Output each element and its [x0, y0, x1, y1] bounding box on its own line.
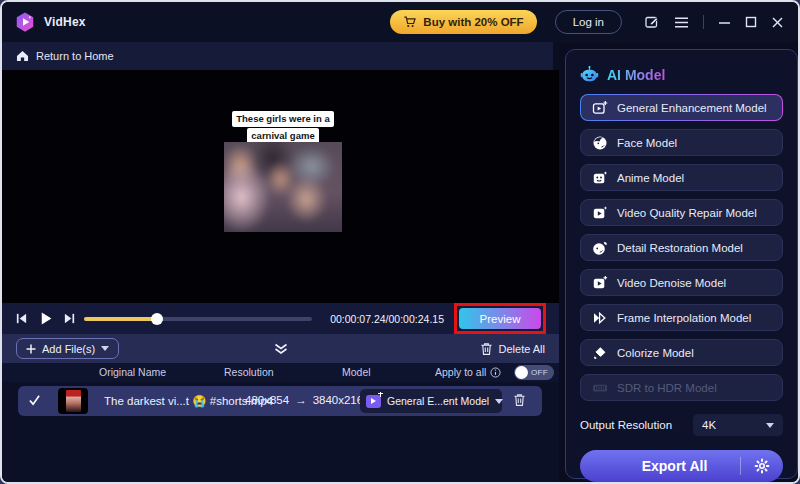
app-title: VidHex [44, 15, 86, 29]
header-resolution: Resolution [224, 366, 274, 378]
output-resolution-value: 4K [702, 419, 766, 431]
frame-interpolation-icon [592, 310, 608, 326]
model-item-general-enhancement[interactable]: General Enhancement Model [580, 94, 783, 121]
model-item-label: Detail Restoration Model [617, 242, 743, 254]
playback-controls: 00:00:07.24/00:00:24.15 Preview [2, 303, 559, 334]
export-divider [740, 457, 741, 475]
seek-slider-fill [84, 317, 157, 321]
model-item-colorize[interactable]: Colorize Model [580, 339, 783, 366]
preview-button-label: Preview [480, 313, 521, 325]
row-trash-icon[interactable] [513, 393, 526, 407]
video-caption-line1: These girls were in a [232, 111, 333, 127]
detail-restoration-icon [592, 240, 608, 256]
row-model-dropdown[interactable]: General E...ent Model [360, 389, 502, 413]
header-original-name: Original Name [99, 366, 166, 378]
time-display: 00:00:07.24/00:00:24.15 [330, 313, 444, 325]
anime-icon [592, 170, 608, 186]
model-item-label: Colorize Model [617, 347, 694, 359]
right-sidebar: AI Model General Enhancement Model [559, 42, 800, 484]
video-repair-icon [592, 205, 608, 221]
model-item-sdr-to-hdr[interactable]: HDR SDR to HDR Model [580, 374, 783, 401]
buy-button-label: Buy with 20% OFF [423, 16, 523, 28]
panel-header: AI Model [580, 65, 783, 84]
toggle-knob [515, 366, 528, 379]
model-item-video-quality-repair[interactable]: Video Quality Repair Model [580, 199, 783, 226]
play-icon[interactable] [38, 311, 53, 326]
chevron-down-icon [766, 423, 774, 428]
next-frame-icon[interactable] [63, 312, 76, 325]
close-icon[interactable] [771, 16, 784, 29]
return-home-label: Return to Home [36, 50, 114, 62]
annotation-preview-highlight: Preview [454, 303, 546, 334]
main-area: Return to Home These girls were in a car… [2, 42, 559, 484]
model-item-label: Frame Interpolation Model [617, 312, 751, 324]
toggle-state-label: OFF [531, 368, 548, 377]
minimize-icon[interactable] [718, 16, 731, 29]
previous-frame-icon[interactable] [15, 312, 28, 325]
header-model: Model [342, 366, 371, 378]
collapse-panel-icon[interactable] [273, 343, 288, 355]
apply-to-all-label: Apply to all [435, 366, 486, 378]
export-all-button[interactable]: Export All [580, 450, 783, 482]
model-item-label: Video Quality Repair Model [617, 207, 757, 219]
feedback-icon[interactable] [644, 14, 660, 30]
model-item-video-denoise[interactable]: Video Denoise Model [580, 269, 783, 296]
gear-icon[interactable] [754, 458, 770, 474]
delete-all-button[interactable]: Delete All [480, 342, 545, 356]
robot-icon [580, 65, 599, 84]
svg-text:HDR: HDR [595, 385, 606, 390]
login-button[interactable]: Log in [555, 10, 622, 34]
output-resolution-label: Output Resolution [580, 419, 672, 431]
model-item-detail-restoration[interactable]: Detail Restoration Model [580, 234, 783, 261]
table-row[interactable]: The darkest vi...t 😭 #shorts.mp4 480x854… [18, 386, 542, 416]
apply-to-all-toggle[interactable]: OFF [514, 365, 554, 380]
video-enhance-icon [592, 100, 608, 116]
video-thumbnail [58, 388, 88, 414]
file-list: The darkest vi...t 😭 #shorts.mp4 480x854… [2, 382, 559, 484]
seek-slider[interactable] [84, 317, 312, 321]
buy-button[interactable]: Buy with 20% OFF [390, 10, 536, 34]
cart-icon [403, 15, 417, 29]
menu-icon[interactable] [674, 16, 689, 29]
maximize-icon[interactable] [745, 16, 757, 28]
home-icon [16, 50, 29, 62]
add-files-button[interactable]: Add File(s) [16, 338, 119, 359]
return-home-button[interactable]: Return to Home [2, 42, 553, 70]
titlebar-divider [703, 15, 704, 29]
preview-button[interactable]: Preview [459, 308, 541, 329]
face-icon [592, 135, 608, 151]
chevron-down-icon [101, 346, 109, 351]
title-bar: VidHex Buy with 20% OFF Log in [2, 2, 798, 42]
model-item-label: Anime Model [617, 172, 684, 184]
file-table-header: Original Name Resolution Model Apply to … [2, 363, 559, 382]
file-resolution: 480x854 → 3840x2160 [245, 394, 370, 406]
output-resolution-select[interactable]: 4K [693, 414, 783, 436]
delete-all-label: Delete All [499, 343, 545, 355]
export-all-label: Export All [642, 458, 708, 474]
video-enhance-mini-icon [366, 395, 381, 408]
check-icon[interactable] [28, 394, 41, 406]
trash-icon [480, 342, 493, 356]
info-icon[interactable] [490, 367, 501, 378]
colorize-icon [592, 345, 608, 361]
vidhex-logo-icon [14, 11, 36, 33]
resolution-from: 480x854 [245, 394, 289, 406]
header-apply-to-all: Apply to all [435, 366, 501, 378]
model-item-label: Video Denoise Model [617, 277, 726, 289]
model-item-label: General Enhancement Model [617, 102, 767, 114]
row-model-value: General E...ent Model [387, 395, 489, 407]
video-preview-area: These girls were in a carnival game [2, 70, 559, 303]
model-item-frame-interpolation[interactable]: Frame Interpolation Model [580, 304, 783, 331]
plus-icon [26, 344, 36, 354]
seek-slider-handle[interactable] [151, 313, 163, 325]
video-frame [224, 142, 342, 232]
video-caption: These girls were in a carnival game [224, 110, 342, 144]
model-item-face[interactable]: Face Model [580, 129, 783, 156]
add-files-label: Add File(s) [42, 343, 95, 355]
chevron-down-icon [495, 399, 503, 404]
model-item-anime[interactable]: Anime Model [580, 164, 783, 191]
model-item-label: SDR to HDR Model [617, 382, 717, 394]
resolution-arrow-icon: → [295, 394, 307, 406]
file-toolbar: Add File(s) Delete All [2, 334, 559, 363]
output-resolution-row: Output Resolution 4K [580, 414, 783, 436]
